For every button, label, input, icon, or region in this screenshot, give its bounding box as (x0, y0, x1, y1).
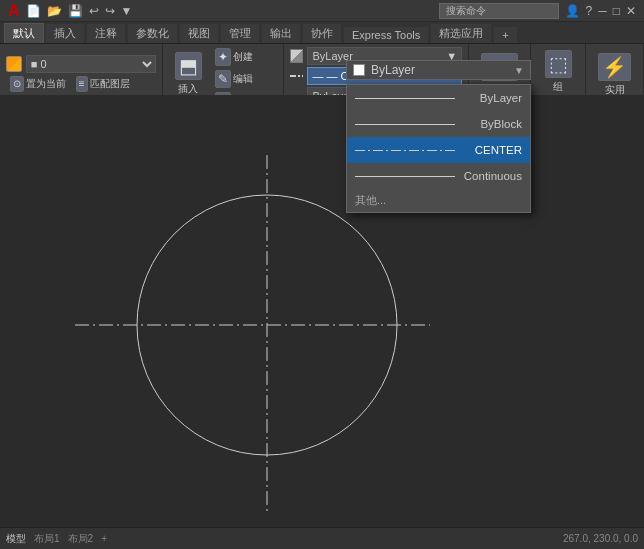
ribbon-tabs: 默认 插入 注释 参数化 视图 管理 输出 协作 Express Tools 精… (0, 22, 644, 44)
tab-featured[interactable]: 精选应用 (430, 23, 492, 43)
tab-param[interactable]: 参数化 (127, 23, 178, 43)
linetype-label-continuous: Continuous (464, 170, 522, 182)
linetype-preview-center (355, 145, 467, 155)
layer-controls: ■ 0 ⊙ 置为当前 ≡ 匹配图层 (6, 47, 156, 102)
new-icon[interactable]: 📄 (26, 4, 41, 18)
bylayer-label: ByLayer (371, 63, 415, 77)
close-icon[interactable]: ✕ (626, 4, 636, 18)
color-swatch (290, 49, 304, 63)
linetype-label-center: CENTER (475, 144, 522, 156)
linetype-preview-continuous (355, 171, 456, 181)
tab-view[interactable]: 视图 (179, 23, 219, 43)
bylayer-arrow: ▼ (514, 65, 524, 76)
drawing-area[interactable]: 模型 布局1 布局2 + 267.0, 230.0, 0.0 (0, 95, 644, 549)
model-tab[interactable]: 模型 (6, 532, 26, 546)
linetype-label-byblock: ByBlock (480, 118, 522, 130)
quick-access-dropdown[interactable]: ▼ (121, 4, 133, 18)
linetype-more-option[interactable]: 其他... (347, 189, 530, 212)
linetype-option-bylayer[interactable]: ByLayer (347, 85, 530, 111)
undo-icon[interactable]: ↩ (89, 4, 99, 18)
layer-icon (6, 56, 22, 72)
linetype-label-bylayer: ByLayer (480, 92, 522, 104)
linetype-swatch (290, 75, 304, 77)
linetype-preview-bylayer (355, 93, 472, 103)
tab-plus[interactable]: + (493, 26, 517, 43)
linetype-dropdown-menu: ByLayer ▼ ByLayer ByBlock CENTER (346, 60, 531, 80)
cad-drawing (0, 95, 644, 549)
layer-actions: ⊙ 置为当前 ≡ 匹配图层 (6, 74, 156, 94)
bylayer-color-swatch (353, 64, 365, 76)
set-current-button[interactable]: ⊙ 置为当前 (6, 74, 70, 94)
layer-select-row: ■ 0 (6, 55, 156, 73)
tab-express[interactable]: Express Tools (343, 26, 429, 43)
linetype-option-byblock[interactable]: ByBlock (347, 111, 530, 137)
search-input[interactable]: 搜索命令 (439, 3, 559, 19)
status-bar: 模型 布局1 布局2 + 267.0, 230.0, 0.0 (0, 527, 644, 549)
tab-insert[interactable]: 插入 (45, 23, 85, 43)
tab-home[interactable]: 默认 (4, 23, 44, 43)
tab-output[interactable]: 输出 (261, 23, 301, 43)
bylayer-header[interactable]: ByLayer ▼ (346, 60, 531, 80)
match-layer-button[interactable]: ≡ 匹配图层 (72, 74, 134, 94)
quick-access-bar: A 📄 📂 💾 ↩ ↪ ▼ 搜索命令 👤 ? ─ □ ✕ (0, 0, 644, 22)
maximize-icon[interactable]: □ (613, 4, 620, 18)
layout2-tab[interactable]: 布局2 (68, 532, 94, 546)
linetype-option-continuous[interactable]: Continuous (347, 163, 530, 189)
coord-display: 267.0, 230.0, 0.0 (563, 533, 638, 544)
help-icon[interactable]: ? (586, 4, 593, 18)
linetype-options-menu: ByLayer ByBlock CENTER Continuous 其他... (346, 84, 531, 213)
app-menu-icon[interactable]: A (8, 2, 20, 20)
edit-block-button[interactable]: ✎ 编辑 (211, 69, 277, 89)
redo-icon[interactable]: ↪ (105, 4, 115, 18)
layout1-tab[interactable]: 布局1 (34, 532, 60, 546)
add-layout[interactable]: + (101, 533, 107, 544)
utilities-button[interactable]: ⚡ 实用 (592, 47, 637, 102)
linetype-option-center[interactable]: CENTER (347, 137, 530, 163)
save-icon[interactable]: 💾 (68, 4, 83, 18)
open-icon[interactable]: 📂 (47, 4, 62, 18)
linetype-preview-byblock (355, 119, 472, 129)
toolbar: A 📄 📂 💾 ↩ ↪ ▼ 搜索命令 👤 ? ─ □ ✕ 默认 插入 注释 参数… (0, 0, 644, 95)
tab-annotate[interactable]: 注释 (86, 23, 126, 43)
create-block-button[interactable]: ✦ 创建 (211, 47, 277, 67)
tab-manage[interactable]: 管理 (220, 23, 260, 43)
tab-collab[interactable]: 协作 (302, 23, 342, 43)
minimize-icon[interactable]: ─ (598, 4, 607, 18)
layer-select[interactable]: ■ 0 (26, 55, 156, 73)
sign-in-icon[interactable]: 👤 (565, 4, 580, 18)
